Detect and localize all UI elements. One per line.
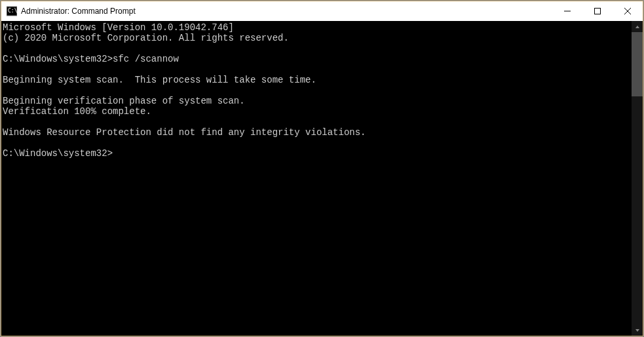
window-controls [552, 1, 643, 21]
prompt-path: C:\Windows\system32> [3, 148, 113, 159]
svg-text:C:\: C:\ [8, 8, 17, 14]
prompt-path: C:\Windows\system32> [3, 54, 113, 64]
scroll-down-arrow[interactable] [632, 325, 643, 336]
svg-rect-3 [595, 9, 601, 14]
titlebar[interactable]: C:\ Administrator: Command Prompt [1, 1, 643, 21]
cmd-icon: C:\ [7, 6, 17, 16]
command-prompt-window: C:\ Administrator: Command Prompt Micros… [1, 1, 643, 336]
maximize-button[interactable] [582, 1, 613, 21]
scroll-thumb[interactable] [632, 32, 643, 96]
terminal-line: Verification 100% complete. [3, 106, 151, 117]
terminal-line: Windows Resource Protection did not find… [3, 127, 366, 138]
terminal-container: Microsoft Windows [Version 10.0.19042.74… [1, 21, 643, 336]
terminal-line: Beginning verification phase of system s… [3, 96, 245, 106]
minimize-button[interactable] [552, 1, 582, 21]
terminal-line: (c) 2020 Microsoft Corporation. All righ… [3, 33, 289, 43]
window-title: Administrator: Command Prompt [21, 7, 136, 16]
scroll-up-arrow[interactable] [632, 21, 643, 32]
vertical-scrollbar[interactable] [632, 21, 643, 336]
terminal-line: Beginning system scan. This process will… [3, 75, 316, 85]
prompt-command: sfc /scannow [113, 54, 179, 64]
close-button[interactable] [613, 1, 643, 21]
terminal-output[interactable]: Microsoft Windows [Version 10.0.19042.74… [1, 21, 632, 336]
scroll-track[interactable] [632, 32, 643, 325]
terminal-line: Microsoft Windows [Version 10.0.19042.74… [3, 22, 234, 33]
